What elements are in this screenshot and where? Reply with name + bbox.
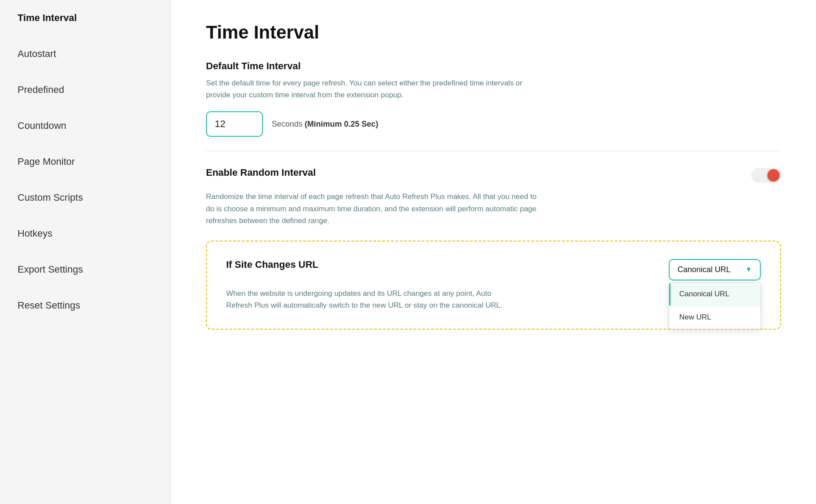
random-interval-desc: Randomize the time interval of each page… — [206, 191, 539, 227]
toggle-knob — [767, 169, 780, 181]
time-input-row: Seconds (Minimum 0.25 Sec) — [206, 111, 781, 137]
dropdown-option-new-url[interactable]: New URL — [669, 306, 760, 329]
section-divider — [206, 151, 781, 151]
random-interval-section: Enable Random Interval Randomize the tim… — [206, 167, 781, 227]
url-changes-box: If Site Changes URL Canonical URL ▼ Cano… — [206, 241, 781, 330]
sidebar: Time Interval Autostart Predefined Count… — [0, 0, 171, 504]
chevron-down-icon: ▼ — [745, 266, 752, 273]
sidebar-item-custom-scripts[interactable]: Custom Scripts — [0, 180, 170, 216]
url-box-title: If Site Changes URL — [226, 259, 318, 270]
page-title: Time Interval — [206, 22, 781, 43]
sidebar-item-autostart[interactable]: Autostart — [0, 36, 170, 72]
default-interval-desc: Set the default time for every page refr… — [206, 77, 539, 101]
sidebar-item-predefined[interactable]: Predefined — [0, 72, 170, 108]
random-interval-title: Enable Random Interval — [206, 167, 316, 178]
main-content: Time Interval Default Time Interval Set … — [171, 0, 816, 504]
random-interval-header: Enable Random Interval — [206, 167, 781, 184]
seconds-label: Seconds (Minimum 0.25 Sec) — [272, 120, 378, 129]
url-box-header: If Site Changes URL Canonical URL ▼ Cano… — [226, 259, 761, 280]
default-time-interval-section: Default Time Interval Set the default ti… — [206, 60, 781, 137]
url-box-text: If Site Changes URL — [226, 259, 318, 270]
sidebar-item-hotkeys[interactable]: Hotkeys — [0, 216, 170, 252]
min-label: (Minimum 0.25 Sec) — [305, 120, 378, 128]
dropdown-option-canonical[interactable]: Canonical URL — [669, 283, 760, 305]
url-dropdown-menu: Canonical URL New URL — [669, 282, 761, 329]
sidebar-item-reset-settings[interactable]: Reset Settings — [0, 287, 170, 323]
url-dropdown-wrapper: Canonical URL ▼ Canonical URL New URL — [669, 259, 761, 280]
sidebar-item-export-settings[interactable]: Export Settings — [0, 252, 170, 287]
url-dropdown-button[interactable]: Canonical URL ▼ — [669, 259, 761, 280]
sidebar-item-countdown[interactable]: Countdown — [0, 108, 170, 144]
random-interval-toggle[interactable] — [751, 168, 781, 183]
toggle-track — [751, 168, 781, 183]
sidebar-item-page-monitor[interactable]: Page Monitor — [0, 144, 170, 180]
url-box-desc: When the website is undergoing updates a… — [226, 287, 507, 311]
time-interval-input[interactable] — [206, 111, 263, 137]
default-interval-title: Default Time Interval — [206, 60, 781, 72]
dropdown-selected-label: Canonical URL — [678, 265, 731, 274]
sidebar-item-time-interval[interactable]: Time Interval — [0, 0, 170, 36]
